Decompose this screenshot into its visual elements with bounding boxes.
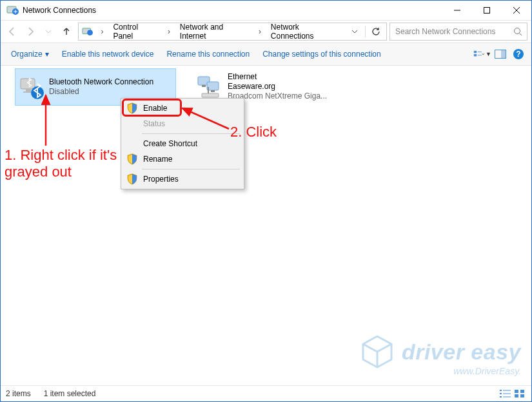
adapter-domain: Easeware.org [228, 82, 327, 91]
svg-rect-38 [515, 394, 518, 397]
adapter-icon [18, 73, 45, 100]
organize-menu[interactable]: Organize▾ [5, 47, 55, 61]
menu-label: Enable [143, 104, 167, 113]
rename-connection-button[interactable]: Rename this connection [160, 47, 256, 61]
menu-label: Rename [143, 155, 172, 164]
explorer-window: Network Connections › Control Panel› Net… [0, 0, 532, 402]
menu-create-shortcut[interactable]: Create Shortcut [123, 136, 242, 151]
svg-rect-15 [501, 50, 506, 58]
view-menu[interactable]: ▼ [473, 46, 491, 62]
window-title: Network Connections [23, 6, 96, 15]
cmd-label: Organize [11, 50, 43, 59]
close-button[interactable] [502, 1, 531, 20]
breadcrumb[interactable]: Network Connections [267, 23, 346, 40]
menu-enable[interactable]: Enable [123, 100, 242, 116]
up-button[interactable] [57, 23, 75, 41]
titlebar: Network Connections [1, 1, 531, 20]
svg-text:?: ? [516, 50, 520, 59]
shield-icon [126, 153, 138, 165]
preview-pane-button[interactable] [491, 46, 509, 62]
menu-separator [142, 133, 240, 134]
adapter-labels: Bluetooth Network Connection Disabled [49, 77, 153, 97]
annotation-text: 1. Right click if it's grayed out [5, 147, 127, 180]
svg-rect-37 [520, 390, 524, 393]
nav-bar: › Control Panel› Network and Internet› N… [1, 20, 531, 43]
watermark: driver easy www.DriverEasy. [359, 334, 521, 370]
svg-point-8 [515, 28, 520, 34]
app-icon [6, 4, 19, 17]
breadcrumb[interactable]: Control Panel› [109, 23, 175, 40]
menu-label: Properties [143, 175, 179, 184]
svg-rect-3 [484, 8, 490, 14]
watermark-brand: driver easy [402, 340, 521, 365]
svg-rect-10 [474, 51, 477, 53]
context-menu: Enable Status Create Shortcut Delete Ren… [121, 98, 244, 189]
breadcrumb-label: Network and Internet [176, 23, 253, 41]
shield-icon [126, 102, 138, 114]
menu-rename[interactable]: Rename [123, 151, 242, 167]
svg-rect-25 [211, 90, 215, 92]
breadcrumb-root-sep[interactable]: › [95, 23, 109, 40]
maximize-button[interactable] [472, 1, 502, 20]
menu-label: Create Shortcut [143, 139, 197, 148]
svg-rect-11 [474, 54, 477, 56]
enable-device-button[interactable]: Enable this network device [55, 47, 161, 61]
history-dropdown[interactable] [346, 23, 364, 41]
adapter-status: Disabled [49, 87, 153, 97]
search-icon [513, 26, 523, 37]
menu-label: Status [143, 119, 165, 128]
search-input[interactable] [394, 26, 513, 37]
svg-rect-36 [515, 390, 518, 393]
svg-rect-18 [21, 79, 35, 89]
svg-rect-19 [26, 89, 31, 91]
adapter-labels: Ethernet Easeware.org Broadcom NetXtreme… [228, 72, 327, 101]
status-bar: 2 items 1 item selected [1, 385, 531, 401]
cmd-label: Change settings of this connection [262, 50, 380, 59]
svg-rect-24 [202, 85, 206, 87]
svg-rect-26 [202, 93, 219, 97]
refresh-button[interactable] [367, 23, 385, 41]
content-area[interactable]: Bluetooth Network Connection Disabled Et… [1, 66, 531, 388]
address-bar[interactable]: › Control Panel› Network and Internet› N… [78, 23, 387, 41]
help-button[interactable]: ? [509, 46, 527, 62]
cmd-label: Rename this connection [166, 50, 250, 59]
change-settings-button[interactable]: Change settings of this connection [256, 47, 387, 61]
status-selected: 1 item selected [44, 389, 96, 398]
breadcrumb-label: Network Connections [267, 23, 346, 41]
shield-icon [126, 173, 138, 185]
svg-line-9 [520, 34, 522, 36]
adapter-icon [197, 73, 224, 100]
menu-properties[interactable]: Properties [123, 171, 242, 187]
search-box[interactable] [389, 23, 527, 41]
location-icon [81, 25, 94, 38]
cmd-label: Enable this network device [62, 50, 154, 59]
back-button[interactable] [3, 23, 21, 41]
breadcrumb[interactable]: Network and Internet› [176, 23, 267, 40]
svg-rect-30 [500, 390, 502, 391]
watermark-url: www.DriverEasy. [453, 366, 521, 376]
icons-view-button[interactable] [513, 388, 526, 399]
minimize-button[interactable] [442, 1, 472, 20]
svg-point-7 [87, 30, 93, 36]
breadcrumb-label: Control Panel [109, 23, 162, 41]
menu-status: Status [123, 116, 242, 131]
recent-dropdown[interactable] [39, 23, 57, 41]
svg-rect-39 [520, 394, 524, 397]
menu-separator [142, 169, 240, 169]
cube-icon [359, 334, 395, 370]
adapter-name: Ethernet [228, 72, 327, 82]
svg-rect-32 [500, 396, 502, 397]
details-view-button[interactable] [499, 388, 512, 399]
adapter-name: Bluetooth Network Connection [49, 77, 153, 87]
forward-button[interactable] [21, 23, 39, 41]
command-bar: Organize▾ Enable this network device Ren… [1, 43, 531, 66]
chevron-down-icon: ▾ [45, 50, 49, 59]
status-count: 2 items [6, 389, 31, 398]
svg-rect-31 [500, 393, 502, 394]
